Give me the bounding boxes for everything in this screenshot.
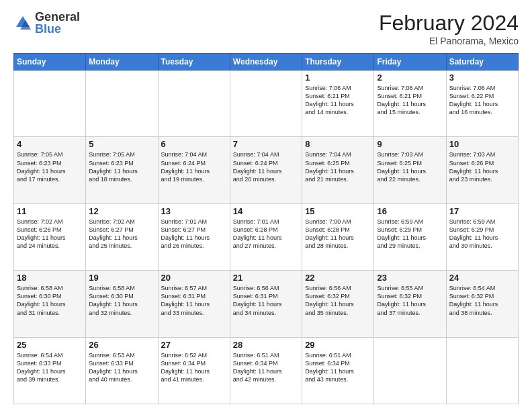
- calendar-header-row: SundayMondayTuesdayWednesdayThursdayFrid…: [14, 54, 519, 71]
- calendar-cell: [230, 71, 302, 137]
- calendar-week-4: 18Sunrise: 6:58 AM Sunset: 6:30 PM Dayli…: [14, 271, 519, 337]
- day-number: 23: [377, 273, 443, 283]
- day-number: 21: [233, 273, 299, 283]
- calendar-cell: 14Sunrise: 7:01 AM Sunset: 6:28 PM Dayli…: [230, 203, 302, 270]
- calendar-cell: 28Sunrise: 6:51 AM Sunset: 6:34 PM Dayli…: [230, 337, 302, 404]
- calendar-cell: 16Sunrise: 6:59 AM Sunset: 6:29 PM Dayli…: [374, 203, 446, 270]
- calendar-cell: 12Sunrise: 7:02 AM Sunset: 6:27 PM Dayli…: [86, 203, 158, 270]
- day-info: Sunrise: 6:59 AM Sunset: 6:29 PM Dayligh…: [377, 218, 443, 250]
- day-info: Sunrise: 6:54 AM Sunset: 6:32 PM Dayligh…: [449, 284, 515, 317]
- day-number: 11: [17, 206, 83, 216]
- day-info: Sunrise: 7:06 AM Sunset: 6:22 PM Dayligh…: [449, 84, 515, 117]
- day-number: 8: [305, 139, 371, 149]
- calendar-cell: 18Sunrise: 6:58 AM Sunset: 6:30 PM Dayli…: [14, 271, 86, 337]
- day-info: Sunrise: 7:04 AM Sunset: 6:24 PM Dayligh…: [233, 150, 299, 183]
- day-number: 5: [89, 139, 154, 149]
- header-sunday: Sunday: [14, 54, 86, 71]
- page: General Blue February 2024 El Panorama, …: [0, 0, 532, 411]
- day-info: Sunrise: 7:01 AM Sunset: 6:27 PM Dayligh…: [161, 218, 227, 250]
- day-info: Sunrise: 7:04 AM Sunset: 6:24 PM Dayligh…: [161, 150, 227, 183]
- day-number: 25: [17, 340, 83, 350]
- day-info: Sunrise: 6:51 AM Sunset: 6:34 PM Dayligh…: [305, 351, 371, 384]
- calendar-cell: 24Sunrise: 6:54 AM Sunset: 6:32 PM Dayli…: [446, 271, 518, 337]
- day-info: Sunrise: 7:03 AM Sunset: 6:26 PM Dayligh…: [449, 150, 515, 183]
- header-tuesday: Tuesday: [158, 54, 230, 71]
- day-number: 9: [377, 139, 443, 149]
- day-number: 24: [449, 273, 515, 283]
- logo: General Blue: [13, 11, 80, 35]
- day-number: 27: [161, 340, 227, 350]
- day-info: Sunrise: 7:02 AM Sunset: 6:26 PM Dayligh…: [17, 218, 83, 250]
- day-info: Sunrise: 6:56 AM Sunset: 6:32 PM Dayligh…: [305, 284, 371, 317]
- calendar-week-3: 11Sunrise: 7:02 AM Sunset: 6:26 PM Dayli…: [14, 203, 519, 270]
- logo-blue: Blue: [35, 23, 80, 35]
- day-number: 13: [161, 206, 227, 216]
- day-info: Sunrise: 7:00 AM Sunset: 6:28 PM Dayligh…: [305, 218, 371, 250]
- day-number: 20: [161, 273, 227, 283]
- day-info: Sunrise: 7:06 AM Sunset: 6:21 PM Dayligh…: [305, 84, 371, 117]
- day-number: 18: [17, 273, 83, 283]
- day-number: 16: [377, 206, 443, 216]
- title-block: February 2024 El Panorama, Mexico: [379, 11, 519, 46]
- logo-icon: [13, 13, 32, 32]
- calendar-cell: [14, 71, 86, 137]
- day-info: Sunrise: 7:05 AM Sunset: 6:23 PM Dayligh…: [89, 150, 154, 183]
- calendar-cell: 27Sunrise: 6:52 AM Sunset: 6:34 PM Dayli…: [158, 337, 230, 404]
- calendar-cell: 15Sunrise: 7:00 AM Sunset: 6:28 PM Dayli…: [302, 203, 374, 270]
- day-info: Sunrise: 6:51 AM Sunset: 6:34 PM Dayligh…: [233, 351, 299, 384]
- calendar-cell: 25Sunrise: 6:54 AM Sunset: 6:33 PM Dayli…: [14, 337, 86, 404]
- calendar-cell: 22Sunrise: 6:56 AM Sunset: 6:32 PM Dayli…: [302, 271, 374, 337]
- day-number: 7: [233, 139, 299, 149]
- calendar-cell: 4Sunrise: 7:05 AM Sunset: 6:23 PM Daylig…: [14, 137, 86, 203]
- calendar-cell: 9Sunrise: 7:03 AM Sunset: 6:25 PM Daylig…: [374, 137, 446, 203]
- day-info: Sunrise: 6:57 AM Sunset: 6:31 PM Dayligh…: [161, 284, 227, 317]
- calendar-cell: 13Sunrise: 7:01 AM Sunset: 6:27 PM Dayli…: [158, 203, 230, 270]
- calendar-cell: 19Sunrise: 6:58 AM Sunset: 6:30 PM Dayli…: [86, 271, 158, 337]
- day-info: Sunrise: 6:54 AM Sunset: 6:33 PM Dayligh…: [17, 351, 83, 384]
- day-info: Sunrise: 7:03 AM Sunset: 6:25 PM Dayligh…: [377, 150, 443, 183]
- calendar-cell: 20Sunrise: 6:57 AM Sunset: 6:31 PM Dayli…: [158, 271, 230, 337]
- day-info: Sunrise: 7:06 AM Sunset: 6:21 PM Dayligh…: [377, 84, 443, 117]
- day-info: Sunrise: 7:02 AM Sunset: 6:27 PM Dayligh…: [89, 218, 154, 250]
- header-thursday: Thursday: [302, 54, 374, 71]
- day-info: Sunrise: 6:52 AM Sunset: 6:34 PM Dayligh…: [161, 351, 227, 384]
- title-month: February 2024: [379, 11, 519, 36]
- day-number: 19: [89, 273, 154, 283]
- calendar-cell: 26Sunrise: 6:53 AM Sunset: 6:33 PM Dayli…: [86, 337, 158, 404]
- header-monday: Monday: [86, 54, 158, 71]
- logo-text: General Blue: [35, 11, 80, 35]
- header-wednesday: Wednesday: [230, 54, 302, 71]
- calendar-cell: [446, 337, 518, 404]
- day-number: 4: [17, 139, 83, 149]
- day-number: 17: [449, 206, 515, 216]
- day-number: 29: [305, 340, 371, 350]
- day-number: 6: [161, 139, 227, 149]
- day-number: 22: [305, 273, 371, 283]
- day-number: 3: [449, 73, 515, 83]
- calendar-cell: [374, 337, 446, 404]
- day-number: 28: [233, 340, 299, 350]
- header: General Blue February 2024 El Panorama, …: [13, 11, 519, 46]
- day-info: Sunrise: 7:01 AM Sunset: 6:28 PM Dayligh…: [233, 218, 299, 250]
- day-number: 15: [305, 206, 371, 216]
- day-info: Sunrise: 6:59 AM Sunset: 6:29 PM Dayligh…: [449, 218, 515, 250]
- day-number: 2: [377, 73, 443, 83]
- calendar-cell: 10Sunrise: 7:03 AM Sunset: 6:26 PM Dayli…: [446, 137, 518, 203]
- calendar-cell: [86, 71, 158, 137]
- calendar-week-2: 4Sunrise: 7:05 AM Sunset: 6:23 PM Daylig…: [14, 137, 519, 203]
- calendar-cell: 17Sunrise: 6:59 AM Sunset: 6:29 PM Dayli…: [446, 203, 518, 270]
- day-info: Sunrise: 6:53 AM Sunset: 6:33 PM Dayligh…: [89, 351, 154, 384]
- day-info: Sunrise: 6:55 AM Sunset: 6:32 PM Dayligh…: [377, 284, 443, 317]
- day-info: Sunrise: 7:05 AM Sunset: 6:23 PM Dayligh…: [17, 150, 83, 183]
- day-number: 14: [233, 206, 299, 216]
- header-friday: Friday: [374, 54, 446, 71]
- calendar-week-5: 25Sunrise: 6:54 AM Sunset: 6:33 PM Dayli…: [14, 337, 519, 404]
- title-location: El Panorama, Mexico: [379, 36, 519, 46]
- header-saturday: Saturday: [446, 54, 518, 71]
- calendar-week-1: 1Sunrise: 7:06 AM Sunset: 6:21 PM Daylig…: [14, 71, 519, 137]
- calendar-cell: [158, 71, 230, 137]
- day-number: 26: [89, 340, 154, 350]
- day-info: Sunrise: 6:58 AM Sunset: 6:30 PM Dayligh…: [17, 284, 83, 317]
- calendar-cell: 21Sunrise: 6:56 AM Sunset: 6:31 PM Dayli…: [230, 271, 302, 337]
- calendar-cell: 11Sunrise: 7:02 AM Sunset: 6:26 PM Dayli…: [14, 203, 86, 270]
